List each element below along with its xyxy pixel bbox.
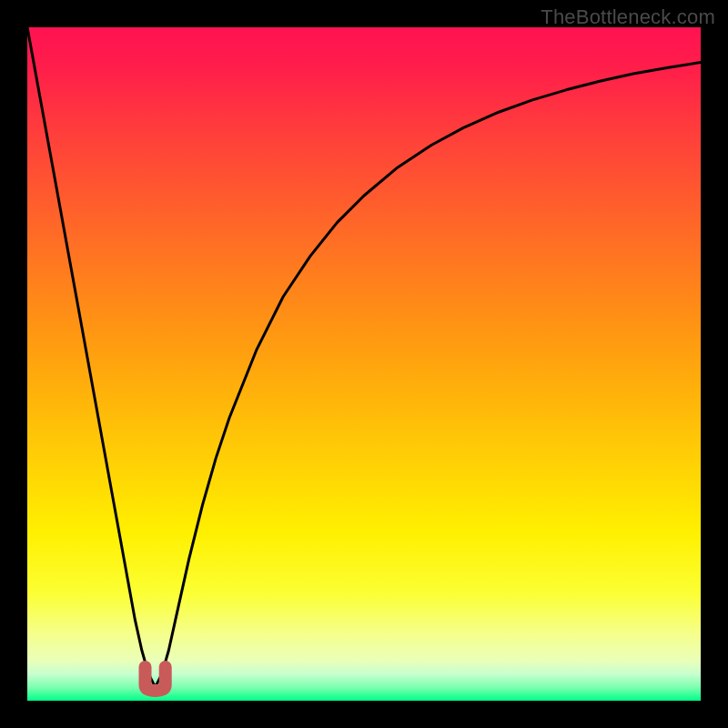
curve-layer xyxy=(27,27,701,701)
bottleneck-curve xyxy=(27,27,701,687)
watermark-text: TheBottleneck.com xyxy=(541,5,715,29)
plot-area xyxy=(27,27,701,701)
valley-marker xyxy=(146,667,166,691)
chart-frame: TheBottleneck.com xyxy=(0,0,728,728)
